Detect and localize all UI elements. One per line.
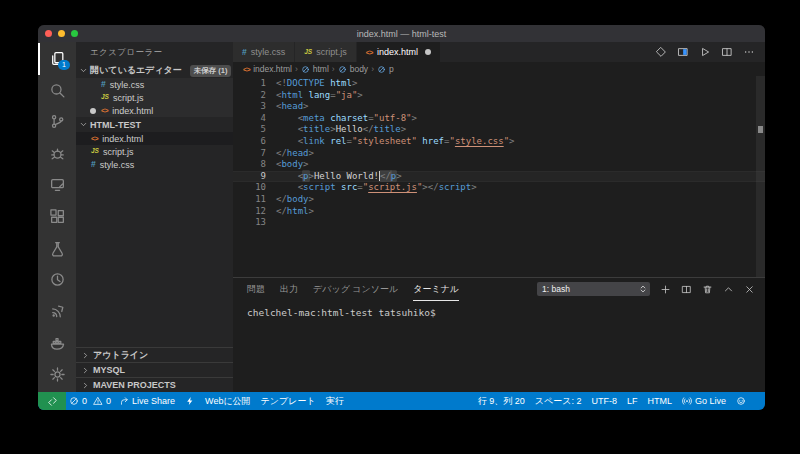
status-notifications[interactable] (751, 392, 761, 410)
sidebar-section-MYSQL[interactable]: MYSQL (76, 362, 233, 377)
sidebar-section-アウトライン[interactable]: アウトライン (76, 347, 233, 362)
terminal[interactable]: chelchel-mac:html-test tatsuhiko$ (233, 300, 765, 392)
line-number: 7 (233, 148, 276, 160)
tab-index.html[interactable]: <>index.html (357, 42, 441, 62)
tab-style.css[interactable]: #style.css (233, 42, 295, 62)
editor-scrollbar[interactable] (756, 76, 765, 277)
status-language-mode[interactable]: HTML (642, 392, 677, 410)
status-feedback[interactable] (731, 392, 751, 410)
code-token (276, 136, 298, 146)
panel-tab-出力[interactable]: 出力 (280, 278, 298, 301)
status-publish-web[interactable]: Webに公開 (200, 392, 256, 410)
status-label: HTML (647, 396, 672, 406)
shell-select-value: 1: bash (542, 284, 570, 294)
open-editor-item[interactable]: <>index.html (76, 104, 233, 117)
breadcrumb-item-index.html[interactable]: <>index.html (243, 64, 292, 74)
chevrons-updown-icon (638, 284, 648, 294)
breadcrumb-item-p[interactable]: p (377, 64, 394, 74)
code-editor[interactable]: 1<!DOCTYPE html>2<html lang="ja">3<head>… (233, 76, 765, 277)
status-problems-warnings[interactable]: 0 (90, 392, 114, 410)
close-panel-button[interactable] (744, 284, 755, 295)
panel-tab-ターミナル[interactable]: ターミナル (413, 278, 459, 301)
split-terminal-button[interactable] (681, 284, 692, 295)
tree-item[interactable]: JSscript.js (76, 145, 233, 158)
open-editor-item[interactable]: #style.css (76, 78, 233, 91)
remote-indicator[interactable] (38, 392, 66, 410)
activity-item-manage[interactable] (38, 358, 76, 390)
activity-item-test[interactable] (38, 232, 76, 264)
new-terminal-button[interactable] (660, 284, 671, 295)
open-editors-header[interactable]: 開いているエディター 未保存 (1) (76, 63, 233, 78)
activity-item-feed[interactable] (38, 295, 76, 327)
activity-item-explorer[interactable]: 1 (38, 43, 76, 75)
status-go-live[interactable]: Go Live (677, 392, 731, 410)
activity-item-remote-explorer[interactable] (38, 169, 76, 201)
line-number: 11 (233, 194, 276, 206)
activity-item-debug[interactable] (38, 138, 76, 170)
code-token: title (303, 124, 330, 134)
line-content: </body> (276, 194, 314, 206)
status-template[interactable]: テンプレート (256, 392, 321, 410)
title-bar[interactable]: index.html — html-test (38, 25, 765, 42)
remote-window-icon (49, 176, 66, 193)
code-token (276, 171, 298, 181)
activity-item-search[interactable] (38, 75, 76, 107)
sidebar-section-MAVEN PROJECTS[interactable]: MAVEN PROJECTS (76, 377, 233, 392)
breadcrumb-label: p (389, 64, 394, 74)
activity-item-docker[interactable] (38, 327, 76, 359)
split-editor-button[interactable] (721, 46, 733, 58)
line-number: 5 (233, 124, 276, 136)
run-button[interactable] (699, 46, 711, 58)
panel-tab-問題[interactable]: 問題 (247, 278, 265, 301)
status-label: テンプレート (261, 395, 316, 408)
status-label: スペース: 2 (535, 395, 582, 408)
status-run-task[interactable]: 実行 (321, 392, 349, 410)
tree-item[interactable]: #style.css (76, 158, 233, 171)
line-number: 3 (233, 101, 276, 113)
activity-item-source-control[interactable] (38, 106, 76, 138)
more-actions-button[interactable] (743, 46, 755, 58)
status-left-items: 00Live ShareWebに公開テンプレート実行 (66, 392, 349, 410)
breadcrumb-item-body[interactable]: body (338, 64, 368, 74)
status-cursor-position[interactable]: 行 9、列 20 (473, 392, 530, 410)
panel-tab-デバッグ コンソール[interactable]: デバッグ コンソール (313, 278, 398, 301)
code-token: style.css (455, 136, 504, 146)
workspace-header[interactable]: HTML-TEST (76, 117, 233, 132)
status-problems-errors[interactable]: 0 (66, 392, 90, 410)
open-preview-button[interactable] (655, 46, 667, 58)
line-number: 2 (233, 90, 276, 102)
code-token: </ (428, 182, 439, 192)
activity-item-live-server[interactable] (38, 264, 76, 296)
section-label: MYSQL (93, 365, 125, 375)
code-token: > (303, 101, 308, 111)
terminal-shell-select[interactable]: 1: bash (537, 282, 650, 296)
file-label: style.css (100, 160, 135, 170)
status-right-items: 行 9、列 20スペース: 2UTF-8LFHTMLGo Live (473, 392, 765, 410)
status-encoding[interactable]: UTF-8 (586, 392, 622, 410)
status-indentation[interactable]: スペース: 2 (530, 392, 587, 410)
status-zap[interactable] (180, 392, 200, 410)
open-editor-item[interactable]: JSscript.js (76, 91, 233, 104)
maximize-panel-button[interactable] (723, 284, 734, 295)
open-preview-side-button[interactable] (677, 46, 689, 58)
close-window-button[interactable] (45, 30, 52, 37)
js-icon: JS (101, 94, 109, 101)
tab-script.js[interactable]: JSscript.js (295, 42, 356, 62)
tree-item[interactable]: <>index.html (76, 132, 233, 145)
css-icon: # (91, 160, 96, 169)
html-icon: <> (243, 66, 250, 73)
status-eol[interactable]: LF (622, 392, 643, 410)
status-label: Go Live (695, 396, 726, 406)
section-label: アウトライン (93, 349, 148, 362)
breadcrumb-item-html[interactable]: html (301, 64, 329, 74)
minimize-window-button[interactable] (58, 30, 65, 37)
more-icon (743, 46, 755, 58)
chevron-right-icon (81, 351, 90, 360)
breadcrumb-label: body (350, 64, 368, 74)
activity-item-extensions[interactable] (38, 201, 76, 233)
broadcast-icon (682, 396, 692, 406)
zoom-window-button[interactable] (71, 30, 78, 37)
js-icon: JS (91, 148, 99, 155)
kill-terminal-button[interactable] (702, 284, 713, 295)
status-live-share[interactable]: Live Share (114, 392, 180, 410)
